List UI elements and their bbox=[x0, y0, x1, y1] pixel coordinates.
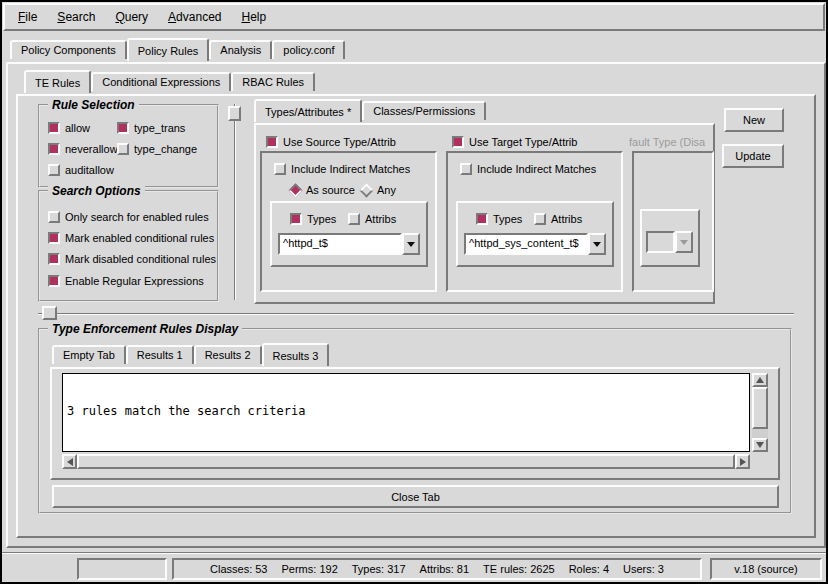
checkbox-target-indirect[interactable]: Include Indirect Matches bbox=[460, 162, 596, 176]
target-type-combobox-button[interactable] bbox=[588, 233, 606, 255]
checkbox-mark-disabled-label: Mark disabled conditional rules bbox=[65, 253, 216, 265]
tab-types-attributes[interactable]: Types/Attributes * bbox=[254, 99, 362, 122]
checkbox-auditallow-indicator bbox=[48, 164, 60, 176]
update-button[interactable]: Update bbox=[722, 144, 784, 168]
checkbox-enabled-rules-only-indicator bbox=[48, 211, 60, 223]
close-tab-button[interactable]: Close Tab bbox=[52, 485, 779, 508]
stat-types: Types: 317 bbox=[352, 563, 406, 575]
tab-te-rules[interactable]: TE Rules bbox=[24, 70, 91, 93]
checkbox-neverallow-indicator bbox=[48, 143, 60, 155]
target-type-combobox-entry[interactable]: ^httpd_sys_content_t$ bbox=[464, 233, 588, 255]
checkbox-use-source[interactable]: Use Source Type/Attrib bbox=[266, 135, 396, 149]
menu-search-rest: earch bbox=[65, 10, 95, 24]
horizontal-scroll-thumb[interactable] bbox=[77, 454, 735, 469]
checkbox-use-target[interactable]: Use Target Type/Attrib bbox=[452, 135, 577, 149]
checkbox-target-attribs[interactable]: Attribs bbox=[534, 212, 582, 226]
source-type-combobox-button[interactable] bbox=[402, 233, 420, 255]
tab-classes-permissions[interactable]: Classes/Permissions bbox=[362, 101, 486, 120]
tab-policy-components[interactable]: Policy Components bbox=[10, 40, 127, 59]
menu-file[interactable]: File bbox=[15, 8, 40, 26]
scroll-right-button[interactable] bbox=[735, 454, 750, 469]
tab-rbac-rules[interactable]: RBAC Rules bbox=[231, 72, 315, 91]
tab-empty[interactable]: Empty Tab bbox=[52, 345, 126, 364]
horizontal-sash-handle[interactable] bbox=[42, 306, 57, 320]
status-empty-box bbox=[77, 558, 167, 580]
tab-policy-conf[interactable]: policy.conf bbox=[272, 40, 345, 59]
checkbox-type-change[interactable]: type_change bbox=[117, 142, 197, 156]
tab-analysis[interactable]: Analysis bbox=[209, 40, 272, 59]
default-type-combobox-button bbox=[675, 231, 693, 253]
source-type-combobox-entry[interactable]: ^httpd_t$ bbox=[278, 233, 402, 255]
checkbox-source-types-indicator bbox=[290, 213, 302, 225]
checkbox-enabled-rules-only-label: Only search for enabled rules bbox=[65, 211, 209, 223]
te-rules-display-title: Type Enforcement Rules Display bbox=[48, 322, 242, 336]
stat-attribs: Attribs: 81 bbox=[420, 563, 470, 575]
target-type-combobox[interactable]: ^httpd_sys_content_t$ bbox=[464, 233, 606, 255]
tab-policy-rules[interactable]: Policy Rules bbox=[127, 38, 210, 61]
horizontal-sash-line bbox=[38, 313, 794, 315]
menu-query[interactable]: Query bbox=[112, 8, 151, 26]
scroll-up-button[interactable] bbox=[752, 373, 768, 387]
new-button[interactable]: New bbox=[724, 108, 784, 132]
menu-advanced[interactable]: Advanced bbox=[165, 8, 224, 26]
radio-any[interactable]: Any bbox=[361, 183, 396, 197]
checkbox-neverallow[interactable]: neverallow bbox=[48, 142, 118, 156]
results-tab-bar: Empty Tab Results 1 Results 2 Results 3 bbox=[52, 343, 329, 364]
checkbox-use-target-indicator bbox=[452, 136, 464, 148]
checkbox-source-attribs-label: Attribs bbox=[365, 213, 396, 225]
checkbox-mark-enabled[interactable]: Mark enabled conditional rules bbox=[48, 231, 214, 245]
rule-selection-title: Rule Selection bbox=[48, 98, 139, 112]
menu-bar: File Search Query Advanced Help bbox=[3, 3, 825, 31]
scroll-down-button[interactable] bbox=[752, 438, 768, 452]
checkbox-enable-regex-label: Enable Regular Expressions bbox=[65, 275, 204, 287]
menu-help-rest: elp bbox=[250, 10, 266, 24]
tab-results-1[interactable]: Results 1 bbox=[126, 345, 194, 364]
menu-search[interactable]: Search bbox=[54, 8, 98, 26]
checkbox-neverallow-label: neverallow bbox=[65, 143, 118, 155]
checkbox-source-attribs[interactable]: Attribs bbox=[348, 212, 396, 226]
tab-results-2[interactable]: Results 2 bbox=[194, 345, 262, 364]
apol-window: File Search Query Advanced Help Policy C… bbox=[0, 0, 828, 584]
checkbox-source-types[interactable]: Types bbox=[290, 212, 336, 226]
default-type-combobox bbox=[646, 231, 693, 253]
checkbox-target-types[interactable]: Types bbox=[476, 212, 522, 226]
checkbox-mark-disabled[interactable]: Mark disabled conditional rules bbox=[48, 252, 216, 266]
radio-any-indicator bbox=[359, 183, 373, 197]
scroll-left-button[interactable] bbox=[62, 454, 77, 469]
checkbox-enable-regex[interactable]: Enable Regular Expressions bbox=[48, 274, 204, 288]
menu-help[interactable]: Help bbox=[238, 8, 269, 26]
vertical-sash-handle[interactable] bbox=[228, 106, 241, 121]
checkbox-target-attribs-indicator bbox=[534, 213, 546, 225]
radio-as-source[interactable]: As source bbox=[290, 183, 355, 197]
results-vertical-scrollbar[interactable] bbox=[752, 373, 768, 452]
vertical-scroll-thumb[interactable] bbox=[752, 387, 768, 429]
results-text-area[interactable]: 3 rules match the search criteria (5822)… bbox=[62, 373, 750, 452]
checkbox-type-trans[interactable]: type_trans bbox=[117, 121, 185, 135]
tab-results-3[interactable]: Results 3 bbox=[262, 343, 330, 366]
source-type-combobox[interactable]: ^httpd_t$ bbox=[278, 233, 420, 255]
checkbox-enabled-rules-only[interactable]: Only search for enabled rules bbox=[48, 210, 209, 224]
default-type-combobox-entry bbox=[646, 231, 675, 253]
checkbox-type-trans-label: type_trans bbox=[134, 122, 185, 134]
checkbox-source-types-label: Types bbox=[307, 213, 336, 225]
checkbox-mark-enabled-indicator bbox=[48, 232, 60, 244]
results-horizontal-scrollbar[interactable] bbox=[62, 454, 750, 469]
status-stats-box: Classes: 53 Perms: 192 Types: 317 Attrib… bbox=[172, 558, 702, 580]
arrow-left-icon bbox=[67, 458, 73, 466]
checkbox-use-target-label: Use Target Type/Attrib bbox=[469, 136, 577, 148]
arrow-right-icon bbox=[740, 458, 746, 466]
checkbox-allow[interactable]: allow bbox=[48, 121, 90, 135]
checkbox-source-indirect[interactable]: Include Indirect Matches bbox=[274, 162, 410, 176]
menu-file-rest: ile bbox=[25, 10, 37, 24]
menu-help-key: H bbox=[241, 10, 250, 24]
checkbox-auditallow-label: auditallow bbox=[65, 164, 114, 176]
checkbox-use-source-label: Use Source Type/Attrib bbox=[283, 136, 396, 148]
checkbox-auditallow[interactable]: auditallow bbox=[48, 163, 114, 177]
checkbox-mark-enabled-label: Mark enabled conditional rules bbox=[65, 232, 214, 244]
status-version-box: v.18 (source) bbox=[710, 558, 822, 580]
checkbox-target-indirect-indicator bbox=[460, 163, 472, 175]
search-options-title: Search Options bbox=[48, 184, 145, 198]
results-summary: 3 rules match the search criteria bbox=[67, 404, 745, 418]
tab-conditional-expressions[interactable]: Conditional Expressions bbox=[91, 72, 231, 91]
radio-as-source-label: As source bbox=[306, 184, 355, 196]
